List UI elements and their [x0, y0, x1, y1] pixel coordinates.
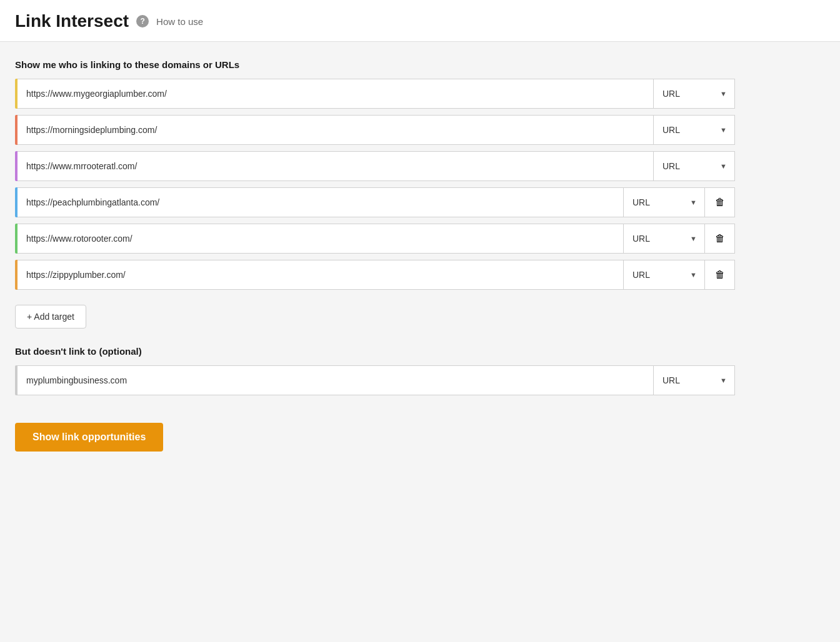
input-row: URLDomainSubdomainPath▼	[15, 115, 735, 145]
input-row: URLDomainSubdomainPath▼🗑	[15, 260, 735, 290]
url-input[interactable]	[18, 115, 654, 145]
url-input[interactable]	[18, 79, 654, 109]
url-input[interactable]	[18, 224, 624, 254]
type-select-wrapper: URLDomainSubdomainPath▼	[624, 260, 705, 290]
delete-row-button[interactable]: 🗑	[705, 224, 735, 254]
targeting-section: Show me who is linking to these domains …	[15, 59, 735, 328]
url-input[interactable]	[18, 260, 624, 290]
input-row: URLDomainSubdomainPath▼🗑	[15, 187, 735, 217]
input-row: URLDomainSubdomainPath▼	[15, 151, 735, 181]
delete-row-button[interactable]: 🗑	[705, 260, 735, 290]
input-row: URLDomainSubdomainPath▼	[15, 365, 735, 395]
type-select-wrapper: URLDomainSubdomainPath▼	[654, 151, 735, 181]
type-select[interactable]: URLDomainSubdomainPath	[654, 116, 734, 144]
delete-row-button[interactable]: 🗑	[705, 187, 735, 217]
page-title: Link Intersect	[15, 11, 129, 31]
type-select-wrapper: URLDomainSubdomainPath▼	[654, 79, 735, 109]
trash-icon: 🗑	[715, 197, 725, 208]
help-icon[interactable]: ?	[136, 15, 149, 27]
input-row: URLDomainSubdomainPath▼🗑	[15, 224, 735, 254]
trash-icon: 🗑	[715, 269, 725, 280]
url-input[interactable]	[18, 151, 654, 181]
type-select[interactable]: URLDomainSubdomainPath	[654, 366, 734, 395]
targeting-section-label: Show me who is linking to these domains …	[15, 59, 735, 70]
url-input[interactable]	[18, 187, 624, 217]
exclusion-section: But doesn't link to (optional) URLDomain…	[15, 346, 735, 395]
how-to-use-link[interactable]: How to use	[156, 16, 203, 27]
type-select-wrapper: URLDomainSubdomainPath▼	[624, 187, 705, 217]
url-input[interactable]	[18, 365, 654, 395]
type-select[interactable]: URLDomainSubdomainPath	[654, 79, 734, 108]
page-header: Link Intersect ? How to use	[0, 0, 840, 42]
type-select[interactable]: URLDomainSubdomainPath	[624, 188, 704, 217]
add-target-button[interactable]: + Add target	[15, 305, 86, 328]
type-select-wrapper: URLDomainSubdomainPath▼	[654, 365, 735, 395]
input-row: URLDomainSubdomainPath▼	[15, 79, 735, 109]
type-select-wrapper: URLDomainSubdomainPath▼	[654, 115, 735, 145]
exclusion-section-label: But doesn't link to (optional)	[15, 346, 735, 357]
type-select[interactable]: URLDomainSubdomainPath	[624, 224, 704, 253]
trash-icon: 🗑	[715, 233, 725, 244]
type-select-wrapper: URLDomainSubdomainPath▼	[624, 224, 705, 254]
type-select[interactable]: URLDomainSubdomainPath	[624, 260, 704, 289]
show-link-opportunities-button[interactable]: Show link opportunities	[15, 423, 163, 452]
type-select[interactable]: URLDomainSubdomainPath	[654, 152, 734, 180]
